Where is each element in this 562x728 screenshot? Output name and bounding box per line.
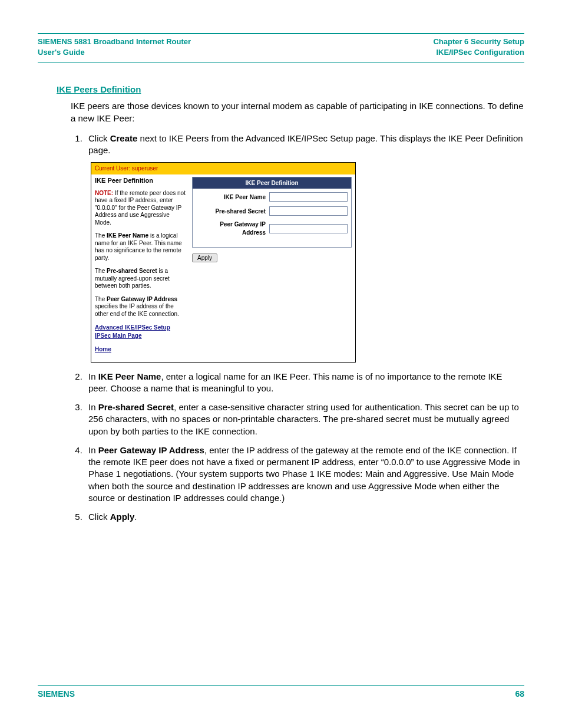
label-preshared-secret: Pre-shared Secret: [196, 207, 266, 216]
step-2: In IKE Peer Name, enter a logical name f…: [85, 371, 524, 395]
label-gateway-ip: Peer Gateway IP Address: [196, 220, 266, 236]
help-p3: The Pre-shared Secret is a mutually agre…: [95, 268, 186, 290]
label-peer-name: IKE Peer Name: [196, 193, 266, 202]
current-user-bar: Current User: superuser: [91, 163, 355, 174]
help-p4: The Peer Gateway IP Address specifies th…: [95, 296, 186, 318]
footer-brand: SIEMENS: [38, 689, 75, 699]
steps-list: Click Create next to IKE Peers from the …: [71, 133, 524, 523]
link-home[interactable]: Home: [95, 345, 186, 354]
input-preshared-secret[interactable]: [269, 206, 348, 216]
step-3: In Pre-shared Secret, enter a case-sensi…: [85, 401, 524, 437]
help-note: NOTE: If the remote peer does not have a…: [95, 190, 186, 227]
help-title: IKE Peer Definition: [95, 177, 186, 185]
link-ipsec-main[interactable]: IPSec Main Page: [95, 332, 186, 340]
header-guide: User's Guide: [38, 47, 191, 58]
header-product: SIEMENS 5881 Broadband Internet Router: [38, 37, 191, 47]
section-heading: IKE Peers Definition: [57, 84, 524, 94]
form-panel-title: IKE Peer Definition: [193, 177, 351, 189]
step-4: In Peer Gateway IP Address, enter the IP…: [85, 444, 524, 504]
input-gateway-ip[interactable]: [269, 224, 348, 233]
help-p2: The IKE Peer Name is a logical name for …: [95, 232, 186, 262]
footer-page-number: 68: [515, 689, 524, 699]
apply-button[interactable]: Apply: [192, 253, 217, 262]
step-1: Click Create next to IKE Peers from the …: [85, 133, 524, 363]
app-screenshot: Current User: superuser IKE Peer Definit…: [91, 162, 356, 362]
link-advanced-setup[interactable]: Advanced IKE/IPSec Setup: [95, 324, 186, 332]
header-chapter: Chapter 6 Security Setup: [433, 37, 524, 47]
intro-paragraph: IKE peers are those devices known to you…: [71, 100, 524, 124]
app-help-panel: IKE Peer Definition NOTE: If the remote …: [95, 177, 186, 354]
input-peer-name[interactable]: [269, 192, 348, 202]
form-panel: IKE Peer Definition IKE Peer Name Pre-sh…: [192, 177, 352, 248]
step-5: Click Apply.: [85, 511, 524, 523]
header-section: IKE/IPSec Configuration: [433, 47, 524, 58]
